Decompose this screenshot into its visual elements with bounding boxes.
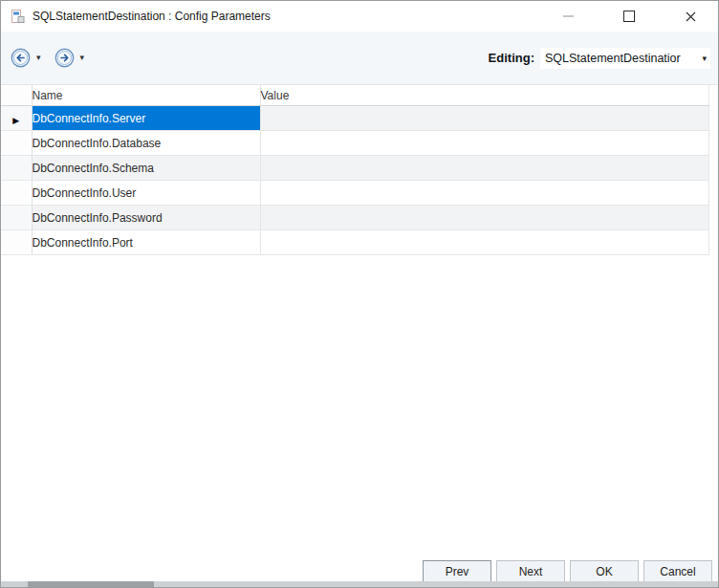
table-row: DbConnectInfo.User: [1, 181, 709, 206]
app-icon: [10, 9, 26, 25]
value-cell[interactable]: [260, 181, 709, 206]
forward-button[interactable]: [53, 46, 76, 70]
combo-caret-icon: ▾: [702, 54, 707, 62]
editing-target-dropdown[interactable]: SQLStatementDestinatior ▾: [540, 48, 710, 69]
back-dropdown-button[interactable]: ▾: [33, 54, 45, 62]
cancel-button[interactable]: Cancel: [643, 560, 712, 582]
name-cell[interactable]: DbConnectInfo.Port: [32, 230, 260, 255]
grid-header-row: Name Value: [1, 85, 709, 106]
name-cell[interactable]: DbConnectInfo.Schema: [32, 156, 260, 181]
table-row: ▶ DbConnectInfo.Server: [1, 106, 709, 131]
table-row: DbConnectInfo.Schema: [1, 156, 709, 181]
name-cell[interactable]: DbConnectInfo.User: [32, 181, 260, 206]
row-header[interactable]: [1, 230, 32, 255]
dropdown-caret-icon: ▾: [36, 53, 41, 62]
value-cell[interactable]: [260, 106, 709, 131]
value-cell[interactable]: [260, 206, 709, 230]
value-cell[interactable]: [260, 156, 709, 181]
prev-button[interactable]: Prev: [423, 560, 491, 582]
title-bar: SQLStatementDestination : Config Paramet…: [1, 1, 718, 32]
window-title: SQLStatementDestination : Config Paramet…: [33, 10, 271, 23]
forward-dropdown-button[interactable]: ▾: [76, 54, 89, 62]
maximize-icon: [623, 11, 635, 22]
maximize-button[interactable]: [596, 1, 663, 32]
table-row: DbConnectInfo.Password: [1, 206, 709, 230]
dropdown-caret-icon: ▾: [80, 53, 85, 62]
name-cell[interactable]: DbConnectInfo.Server: [32, 106, 260, 131]
window-bottom-edge-shadow: [28, 581, 154, 587]
row-header[interactable]: [1, 156, 32, 181]
next-button[interactable]: Next: [496, 560, 565, 582]
name-cell[interactable]: DbConnectInfo.Password: [32, 206, 260, 230]
row-header[interactable]: [1, 181, 32, 206]
minimize-icon: [563, 15, 574, 17]
forward-arrow-icon: [54, 48, 75, 68]
editing-target-value: SQLStatementDestinatior: [545, 52, 681, 65]
column-header-name[interactable]: Name: [32, 85, 260, 106]
minimize-button[interactable]: [540, 1, 596, 32]
row-header[interactable]: [1, 131, 32, 156]
editing-label: Editing:: [489, 51, 534, 65]
back-arrow-icon: [11, 48, 31, 68]
close-icon: [686, 11, 696, 22]
value-cell[interactable]: [260, 230, 709, 255]
row-header[interactable]: [1, 206, 32, 230]
close-button[interactable]: [663, 1, 718, 32]
parameters-grid: Name Value ▶ DbConnectInfo.Server DbConn…: [1, 85, 718, 255]
dialog-footer: Prev Next OK Cancel: [423, 560, 712, 582]
table-row: DbConnectInfo.Database: [1, 131, 709, 156]
column-header-value[interactable]: Value: [260, 85, 709, 106]
config-parameters-dialog: SQLStatementDestination : Config Paramet…: [0, 0, 719, 588]
table-row: DbConnectInfo.Port: [1, 230, 709, 255]
navigation-toolbar: ▾ ▾ Editing: SQLStatementDestinatior ▾: [1, 32, 718, 85]
current-row-indicator-icon: ▶: [12, 116, 19, 125]
row-header-stub: [1, 85, 32, 106]
back-button[interactable]: [9, 46, 33, 70]
window-controls: [540, 1, 718, 32]
value-cell[interactable]: [260, 131, 709, 156]
name-cell[interactable]: DbConnectInfo.Database: [32, 131, 260, 156]
row-header[interactable]: ▶: [1, 106, 32, 131]
ok-button[interactable]: OK: [570, 560, 639, 582]
